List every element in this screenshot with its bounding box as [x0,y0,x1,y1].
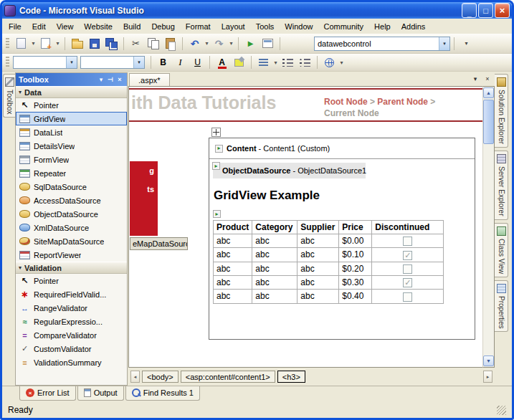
toolbox-item-repeater[interactable]: Repeater [16,166,127,180]
panel-tab-error-list[interactable]: Error List [19,386,76,401]
toolbox-item-requiredfieldvalid[interactable]: ∗ RequiredFieldValid... [16,287,127,301]
content-control-header[interactable]: Content - Content1 (Custom) [209,138,475,159]
smart-tag-icon[interactable] [212,162,220,170]
content-control[interactable]: Content - Content1 (Custom) ObjectDataSo… [209,138,475,340]
combobox-dropdown-icon[interactable]: ▾ [66,57,77,68]
design-surface[interactable]: ith Data Tutorials Root Node > Parent No… [128,86,482,368]
menu-item-file[interactable]: File [4,20,27,33]
panel-tab-find-results-1[interactable]: Find Results 1 [125,386,200,401]
document-list-icon[interactable]: ▾ [470,74,480,84]
paste-button[interactable] [162,36,179,51]
menu-item-website[interactable]: Website [79,20,118,33]
panel-tab-output[interactable]: Output [77,386,124,401]
toolbar-options-button[interactable]: ▾ [458,36,475,51]
toolbox-item-sitemapdatasource[interactable]: SiteMapDataSource [16,234,127,248]
toolbox-item-xmldatasource[interactable]: XmlDataSource [16,221,127,234]
nav-item-fragment[interactable]: ts [130,180,158,199]
underline-button-button[interactable]: U [189,55,206,70]
align-button[interactable] [255,55,272,70]
menu-item-debug[interactable]: Debug [146,20,179,33]
document-tab[interactable]: .aspx* [129,73,170,86]
toolbox-item-datalist[interactable]: DataList [16,125,127,139]
toolbox-section-validation[interactable]: ▾ Validation [16,262,127,274]
new-website-button[interactable] [13,36,29,51]
move-handle-icon[interactable] [211,128,221,137]
menu-item-window[interactable]: Window [280,20,318,33]
sitemapdatasource-control-fragment[interactable]: eMapDataSource1 [130,237,188,250]
target-rule-combobox[interactable]: ▾ [13,56,77,69]
objectdatasource-control[interactable]: ObjectDataSource - ObjectDataSource1 [213,163,366,178]
tag-asp-content-content1[interactable]: <asp:content#content1> [181,371,275,383]
side-tab-server-explorer[interactable]: Server Explorer [495,151,508,219]
toolbox-item-gridview[interactable]: GridView [16,112,127,125]
smart-tag-icon[interactable] [213,210,221,218]
toolbox-header[interactable]: Toolbox ▾⊣× [16,73,127,86]
tag-body[interactable]: <body> [142,371,179,383]
gridview-table[interactable]: ProductCategorySupplierPriceDiscontinued… [213,220,444,304]
open-file-button[interactable] [69,36,85,51]
nav-item-fragment[interactable]: g [130,161,158,180]
breadcrumb-link[interactable]: Parent Node [377,97,428,107]
menu-item-tools[interactable]: Tools [251,20,280,33]
scrollbar-thumb[interactable] [483,100,494,144]
dropdown-caret-icon[interactable]: ▾ [338,59,345,66]
dropdown-caret-icon[interactable]: ▾ [228,40,234,47]
toolbox-item-pointer[interactable]: ↖ Pointer [16,98,127,112]
resize-grip[interactable] [497,406,506,415]
cut-button[interactable]: ✂ [128,36,144,51]
tag-scroll-left-icon[interactable] [130,371,140,383]
dropdown-caret-icon[interactable]: ▾ [272,59,279,66]
font-color-button[interactable]: A [214,55,230,70]
view-designer-button[interactable] [260,36,276,51]
toolbox-item-comparevalidator[interactable]: = CompareValidator [16,328,127,342]
copy-button[interactable] [145,36,161,51]
toolbox-item-pointer[interactable]: ↖ Pointer [16,274,127,287]
scroll-up-icon[interactable] [483,87,494,98]
discontinued-checkbox[interactable] [403,292,412,302]
toolbox-item-regularexpressio[interactable]: ≈ RegularExpressio... [16,315,127,328]
toolbox-item-rangevalidator[interactable]: ↔ RangeValidator [16,301,127,315]
add-new-item-button[interactable] [37,36,54,51]
save-all-button[interactable] [103,36,120,51]
bold-button-button[interactable]: B [155,55,171,70]
combobox-dropdown-icon[interactable]: ▾ [133,57,144,68]
close-button[interactable]: × [495,3,510,18]
toolbox-item-formview[interactable]: FormView [16,153,127,166]
combobox-dropdown-icon[interactable]: ▾ [439,37,449,50]
save-button[interactable] [86,36,103,51]
menu-item-view[interactable]: View [52,20,79,33]
redo-button[interactable]: ↷ [211,36,227,51]
menu-item-format[interactable]: Format [181,20,216,33]
toolbox-item-objectdatasource[interactable]: ObjectDataSource [16,207,127,221]
font-name-combobox[interactable]: ▾ [80,56,145,69]
side-tab-properties[interactable]: Properties [495,280,508,333]
bullet-list-button[interactable] [297,55,313,70]
window-menu-icon[interactable]: ▾ [97,76,105,83]
dropdown-caret-icon[interactable]: ▾ [30,40,37,47]
vertical-scrollbar[interactable] [482,86,495,368]
highlight-button[interactable] [231,55,247,70]
discontinued-checkbox[interactable] [403,264,412,274]
menu-item-addins[interactable]: Addins [396,20,431,33]
tag-h3[interactable]: <h3> [277,371,305,383]
side-tab-class-view[interactable]: Class View [495,223,508,277]
breadcrumb-link[interactable]: Root Node [324,97,368,107]
discontinued-checkbox[interactable] [403,278,412,287]
side-tab-solution-explorer[interactable]: Solution Explorer [495,74,508,148]
close-icon[interactable]: × [115,76,124,83]
command-combobox[interactable]: datawebcontrol ▾ [314,37,450,51]
smart-tag-icon[interactable] [215,145,223,153]
toolbar-grip[interactable] [6,57,9,68]
discontinued-checkbox[interactable] [403,237,412,246]
scroll-down-icon[interactable] [483,355,494,366]
toolbox-section-data[interactable]: ▾ Data [16,86,127,98]
dropdown-caret-icon[interactable]: ▾ [204,40,210,47]
hyperlink-button[interactable] [321,55,338,70]
menu-item-community[interactable]: Community [318,20,368,33]
toolbox-item-sqldatasource[interactable]: SqlDataSource [16,180,127,194]
toolbar-grip[interactable] [6,38,9,49]
italic-button-button[interactable]: I [172,55,189,70]
toolbox-autohide-tab[interactable]: Toolbox [3,74,15,118]
toolbox-item-detailsview[interactable]: DetailsView [16,139,127,153]
title-bar[interactable]: Code - Microsoft Visual Studio _□× [2,2,512,19]
